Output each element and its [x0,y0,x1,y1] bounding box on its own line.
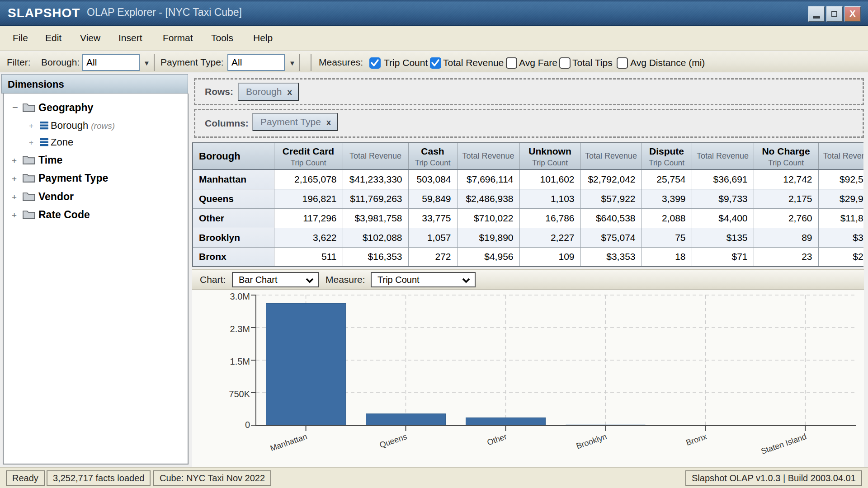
svg-text:+: + [12,174,17,183]
svg-text:−: − [12,102,18,113]
svg-text:Time: Time [38,154,62,166]
svg-text:+: + [12,192,17,202]
svg-text:3.0M: 3.0M [230,291,250,301]
svg-text:1.5M: 1.5M [230,357,250,366]
svg-text:+: + [12,156,17,165]
svg-text:0: 0 [245,420,250,430]
svg-text:Borough (rows): Borough (rows) [51,120,115,131]
svg-text:Other: Other [486,432,508,447]
svg-text:2.3M: 2.3M [230,324,250,334]
svg-text:Geography: Geography [38,102,94,113]
svg-text:Vendor: Vendor [38,191,74,202]
svg-text:+: + [29,138,33,147]
svg-text:Brooklyn: Brooklyn [575,432,608,451]
svg-text:Manhattan: Manhattan [269,432,308,453]
svg-text:Queens: Queens [378,432,408,450]
svg-text:Payment Type: Payment Type [38,172,108,184]
svg-text:Staten Island: Staten Island [760,432,808,456]
svg-text:Rate Code: Rate Code [38,209,90,221]
svg-text:750K: 750K [229,389,250,399]
svg-text:Bronx: Bronx [685,432,708,447]
svg-text:Zone: Zone [51,136,73,148]
svg-text:+: + [29,122,33,130]
svg-text:+: + [12,211,17,220]
